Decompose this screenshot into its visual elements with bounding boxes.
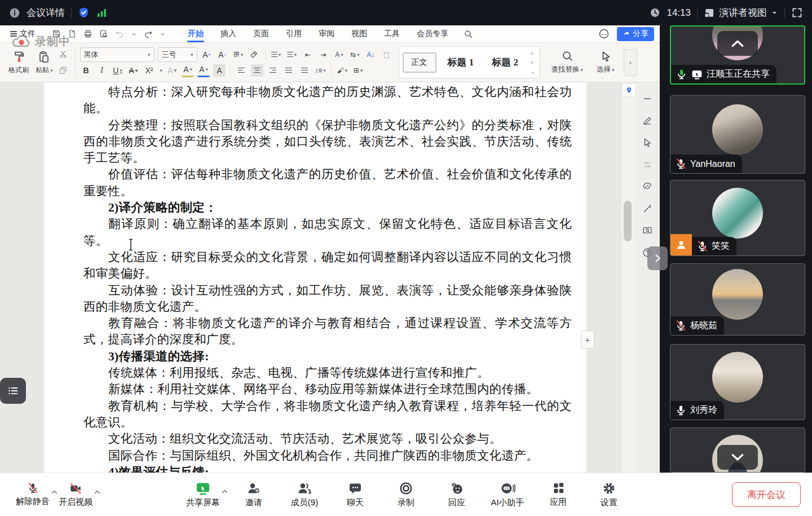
- styles-scroll-arrows[interactable]: ˄˅⌄: [531, 51, 536, 74]
- decrease-font-button[interactable]: A−: [217, 48, 229, 61]
- text-outline-button[interactable]: A▾: [166, 64, 178, 77]
- case-change-button[interactable]: ⇆▾: [349, 48, 361, 61]
- line-spacing-button[interactable]: ↕≡▾: [314, 64, 326, 77]
- increase-font-button[interactable]: A+: [201, 48, 213, 61]
- align-left-button[interactable]: [235, 64, 248, 77]
- adjust-sliders-icon[interactable]: [642, 160, 652, 170]
- paste-button[interactable]: 粘贴▾: [33, 45, 56, 80]
- find-replace-button[interactable]: 查找替换▾: [545, 45, 590, 80]
- participant-tile-partial[interactable]: [670, 427, 805, 473]
- tab-插入[interactable]: 插入: [213, 27, 244, 41]
- phonetic-guide-button[interactable]: 拼▾: [232, 48, 245, 61]
- participant-tile-笑笑[interactable]: 笑笑: [670, 180, 805, 256]
- smart-tools-icon[interactable]: [642, 204, 652, 214]
- scrollbar-thumb[interactable]: [624, 201, 632, 241]
- tab-视图[interactable]: 视图: [344, 27, 374, 41]
- eco-reader-icon[interactable]: [642, 182, 652, 192]
- toolbar-screen-share-button[interactable]: 共享屏幕: [182, 482, 224, 508]
- align-center-button[interactable]: [251, 64, 263, 77]
- text-effects-button[interactable]: A▾: [333, 48, 346, 61]
- shield-check-icon[interactable]: [78, 7, 90, 19]
- share-button[interactable]: 分享: [617, 27, 654, 41]
- increase-indent-button[interactable]: ⇥: [317, 48, 330, 61]
- superscript-button[interactable]: X²: [143, 64, 156, 77]
- font-color-button[interactable]: A▾: [197, 63, 210, 77]
- participant-tile-YanHaoran[interactable]: YanHaoran: [670, 95, 805, 174]
- vertical-scrollbar[interactable]: [621, 82, 635, 473]
- tab-开始[interactable]: 开始: [180, 27, 211, 41]
- meeting-details-link[interactable]: 会议详情: [27, 6, 65, 19]
- undo-caret-icon[interactable]: [131, 31, 137, 37]
- more-options-icon[interactable]: [597, 28, 611, 40]
- tab-审阅[interactable]: 审阅: [311, 27, 342, 41]
- tab-工具[interactable]: 工具: [377, 27, 407, 41]
- floating-list-button[interactable]: [0, 378, 26, 404]
- quick-insert-button[interactable]: +: [581, 330, 594, 349]
- search-icon[interactable]: [464, 29, 473, 39]
- participant-tile-汪顺玉正在共享[interactable]: 汪顺玉正在共享: [670, 25, 805, 85]
- cut-icon[interactable]: [59, 50, 68, 59]
- toolbar-invite-button[interactable]: 邀请: [232, 482, 275, 508]
- participant-tile-杨晓茹[interactable]: 杨晓茹: [670, 263, 805, 336]
- format-painter-button[interactable]: 格式刷: [6, 45, 32, 80]
- font-size-combo[interactable]: 三号▾: [158, 47, 197, 62]
- caret-up-icon[interactable]: [93, 488, 102, 496]
- select-cursor-icon[interactable]: [642, 138, 652, 148]
- dictionary-search-icon[interactable]: [642, 226, 652, 236]
- undo-icon[interactable]: [115, 29, 124, 38]
- file-menu-button[interactable]: 文件: [6, 29, 40, 39]
- export-icon[interactable]: [68, 29, 77, 38]
- bold-button[interactable]: B: [80, 64, 92, 77]
- underline-button[interactable]: U▾: [112, 64, 124, 77]
- fullscreen-icon[interactable]: [791, 7, 803, 19]
- strikethrough-button[interactable]: A▾: [127, 64, 140, 77]
- locate-pin-button[interactable]: [622, 83, 636, 97]
- collapse-videos-button[interactable]: [717, 31, 758, 56]
- numbered-list-button[interactable]: ▾: [286, 48, 298, 61]
- toolbar-apps-button[interactable]: 应用: [537, 482, 580, 508]
- font-name-combo[interactable]: 黑体▾: [80, 47, 155, 62]
- tab-会员专享[interactable]: 会员专享: [409, 27, 456, 41]
- style-标题 2[interactable]: 标题 2: [485, 51, 525, 73]
- info-icon[interactable]: [9, 7, 20, 19]
- redo-icon[interactable]: [144, 29, 153, 38]
- toolbar-ai-assistant-button[interactable]: AI小助手: [486, 482, 529, 508]
- toolbar-camera-muted-button[interactable]: 开启视频: [54, 482, 97, 508]
- print-preview-icon[interactable]: [99, 29, 108, 38]
- annotate-pen-icon[interactable]: [642, 116, 652, 126]
- sort-button[interactable]: A↓: [365, 48, 377, 61]
- caret-up-icon[interactable]: [220, 487, 229, 496]
- italic-button[interactable]: I: [96, 64, 108, 77]
- sidebar-collapse-handle[interactable]: [647, 246, 668, 270]
- decrease-indent-button[interactable]: ⇤: [302, 48, 314, 61]
- clear-format-icon[interactable]: [248, 48, 261, 61]
- distribute-button[interactable]: [298, 64, 311, 77]
- save-icon[interactable]: [52, 29, 61, 38]
- bullet-list-button[interactable]: ▾: [270, 48, 283, 61]
- highlight-button[interactable]: A▾: [182, 63, 194, 77]
- document-page[interactable]: 特点分析：深入研究每种非物质文化遗产的历史渊源、艺术特色、文化内涵和社会功能。分…: [44, 82, 586, 473]
- page-setup-button[interactable]: ⬚: [381, 48, 393, 61]
- toolbar-chat-button[interactable]: 聊天: [334, 482, 377, 508]
- print-icon[interactable]: [83, 29, 92, 38]
- justify-button[interactable]: [283, 64, 295, 77]
- shading-button[interactable]: 🖌▾: [336, 64, 348, 77]
- ribbon-expand-button[interactable]: ›: [624, 49, 637, 76]
- style-标题 1[interactable]: 标题 1: [441, 51, 481, 73]
- char-shading-button[interactable]: A: [213, 64, 226, 77]
- borders-button[interactable]: ⊞▾: [352, 64, 364, 77]
- toolbar-mic-muted-button[interactable]: 解除静音: [11, 482, 54, 507]
- select-button[interactable]: 选择▾: [590, 45, 621, 80]
- align-right-button[interactable]: [267, 64, 279, 77]
- toolbar-reaction-button[interactable]: 回应: [435, 482, 478, 508]
- participant-tile-刘秀玲[interactable]: 刘秀玲: [670, 344, 805, 420]
- toolbar-record-button[interactable]: 录制: [385, 482, 427, 508]
- leave-meeting-button[interactable]: 离开会议: [732, 482, 801, 507]
- minimize-icon[interactable]: [642, 94, 652, 104]
- tab-页面[interactable]: 页面: [246, 27, 276, 41]
- caret-down-icon[interactable]: [160, 31, 166, 37]
- toolbar-members-button[interactable]: 成员(9): [283, 482, 326, 508]
- toolbar-settings-button[interactable]: 设置: [588, 482, 630, 508]
- style-正文[interactable]: 正文: [403, 52, 436, 73]
- view-mode-selector[interactable]: 演讲者视图: [704, 6, 778, 19]
